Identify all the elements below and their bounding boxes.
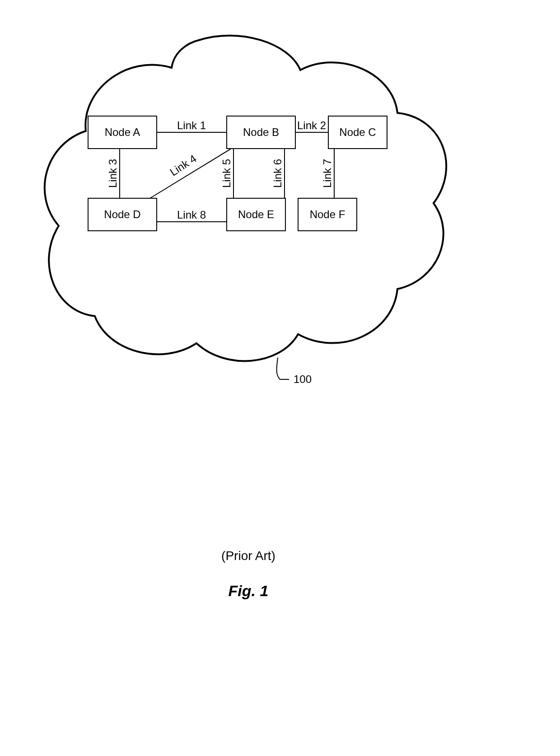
ref-leader-100: [277, 358, 289, 379]
link-5-label: Link 5: [220, 159, 233, 188]
link-6-label: Link 6: [271, 159, 284, 188]
ref-number-100: 100: [294, 373, 312, 385]
figure-canvas: Node A Node B Node C Node D Node E Node …: [0, 0, 560, 756]
link-8-label: Link 8: [177, 209, 206, 221]
link-2-label: Link 2: [297, 119, 326, 131]
node-b-label: Node B: [243, 126, 279, 138]
node-d-label: Node D: [104, 208, 140, 220]
prior-art-label: (Prior Art): [221, 549, 275, 563]
link-7-label: Link 7: [321, 159, 333, 188]
link-3-label: Link 3: [107, 159, 119, 188]
node-f-label: Node F: [310, 208, 345, 220]
node-a-label: Node A: [105, 126, 140, 138]
link-1-label: Link 1: [177, 119, 206, 131]
figure-caption: Fig. 1: [229, 582, 269, 599]
node-c-label: Node C: [339, 126, 376, 138]
node-e-label: Node E: [238, 208, 274, 220]
